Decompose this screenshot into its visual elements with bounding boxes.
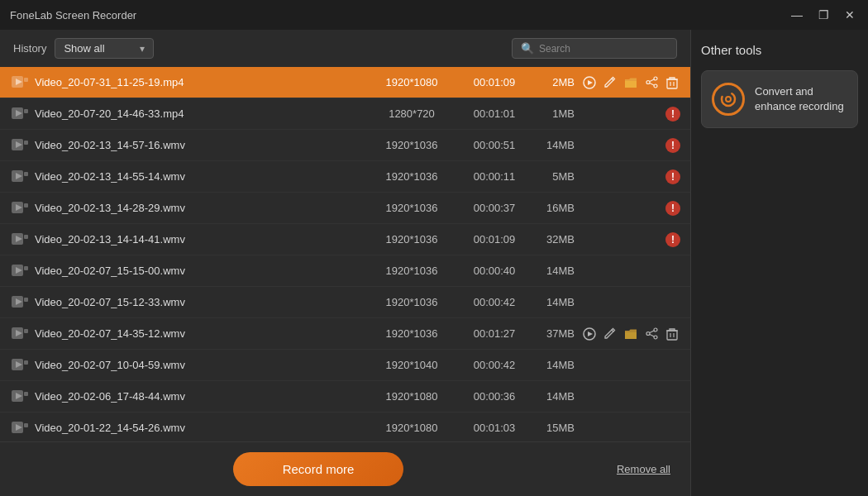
row-resolution: 1280*720 (366, 107, 457, 120)
row-resolution: 1920*1036 (366, 296, 457, 308)
row-duration: 00:01:27 (457, 327, 532, 340)
titlebar: FoneLab Screen Recorder — ❐ ✕ (0, 0, 868, 30)
row-actions: ! (581, 232, 680, 247)
error-badge: ! (665, 201, 680, 216)
table-row[interactable]: Video_20-02-07_15-15-00.wmv1920*103600:0… (0, 255, 690, 287)
svg-marker-4 (588, 80, 593, 85)
row-size: 15MB (532, 422, 581, 434)
row-filename: Video_20-02-13_14-28-29.wmv (35, 202, 366, 214)
row-resolution: 1920*1036 (366, 170, 457, 183)
svg-point-58 (722, 93, 735, 106)
svg-rect-34 (24, 298, 28, 302)
table-row[interactable]: Video_20-02-07_14-35-12.wmv1920*103600:0… (0, 318, 690, 350)
row-filename: Video_20-02-13_14-14-41.wmv (35, 233, 366, 246)
row-resolution: 1920*1036 (366, 327, 457, 340)
table-row[interactable]: Video_20-02-06_17-48-44.wmv1920*108000:0… (0, 381, 690, 413)
folder-button[interactable] (622, 73, 638, 93)
row-actions (581, 73, 680, 93)
table-row[interactable]: Video_20-02-07_10-04-59.wmv1920*104000:0… (0, 350, 690, 381)
app-title: FoneLab Screen Recorder (10, 9, 136, 21)
video-file-icon (10, 107, 30, 121)
svg-rect-22 (24, 172, 28, 176)
video-file-icon (10, 202, 30, 215)
row-actions: ! (581, 138, 680, 153)
search-icon: 🔍 (521, 42, 534, 55)
table-row[interactable]: Video_20-02-13_14-28-29.wmv1920*103600:0… (0, 193, 690, 224)
video-file-icon (10, 139, 30, 152)
svg-rect-51 (24, 360, 28, 365)
maximize-button[interactable]: ❐ (812, 6, 835, 24)
video-file-icon (10, 390, 30, 403)
table-row[interactable]: Video_20-01-22_14-54-26.wmv1920*108000:0… (0, 413, 690, 441)
table-row[interactable]: Video_20-02-13_14-14-41.wmv1920*103600:0… (0, 224, 690, 255)
table-row[interactable]: Video_20-07-31_11-25-19.mp41920*108000:0… (0, 67, 690, 98)
row-size: 32MB (532, 233, 581, 246)
header-bar: History Show all ▾ 🔍 (0, 30, 690, 67)
share-button[interactable] (644, 324, 660, 344)
search-input[interactable] (539, 43, 668, 55)
table-row[interactable]: Video_20-02-13_14-55-14.wmv1920*103600:0… (0, 161, 690, 193)
history-label: History (13, 42, 46, 55)
svg-point-59 (726, 97, 731, 102)
video-file-icon (10, 327, 30, 341)
table-row[interactable]: Video_20-02-13_14-57-16.wmv1920*103600:0… (0, 130, 690, 161)
search-box[interactable]: 🔍 (512, 38, 677, 59)
other-tools-heading: Other tools (701, 43, 858, 57)
video-file-icon (10, 233, 30, 246)
table-row[interactable]: Video_20-07-20_14-46-33.mp41280*72000:01… (0, 98, 690, 130)
video-file-icon (10, 76, 30, 89)
svg-line-43 (650, 331, 654, 333)
row-filename: Video_20-07-20_14-46-33.mp4 (35, 107, 366, 120)
video-file-icon (10, 359, 30, 372)
row-duration: 00:00:40 (457, 265, 532, 277)
svg-rect-37 (24, 329, 28, 333)
svg-rect-28 (24, 235, 28, 239)
svg-point-7 (646, 81, 650, 84)
error-badge: ! (665, 138, 680, 153)
edit-button[interactable] (602, 73, 618, 93)
folder-button[interactable] (622, 324, 638, 344)
dropdown-value: Show all (64, 42, 104, 55)
delete-button[interactable] (665, 324, 680, 344)
remove-all-button[interactable]: Remove all (617, 463, 670, 475)
play-button[interactable] (581, 73, 597, 93)
close-button[interactable]: ✕ (838, 6, 861, 24)
row-resolution: 1920*1080 (366, 76, 457, 88)
row-duration: 00:00:11 (457, 170, 532, 183)
video-file-icon (10, 265, 30, 278)
row-size: 14MB (532, 359, 581, 371)
row-size: 14MB (532, 390, 581, 403)
edit-button[interactable] (602, 324, 618, 344)
play-button[interactable] (581, 324, 597, 344)
row-filename: Video_20-01-22_14-54-26.wmv (35, 422, 366, 434)
table-row[interactable]: Video_20-02-07_15-12-33.wmv1920*103600:0… (0, 287, 690, 318)
share-button[interactable] (644, 73, 660, 93)
svg-rect-19 (24, 141, 28, 145)
video-file-icon (10, 170, 30, 184)
error-badge: ! (665, 107, 680, 122)
svg-rect-10 (667, 79, 677, 88)
row-filename: Video_20-02-07_15-15-00.wmv (35, 265, 366, 277)
table-container: Video_20-07-31_11-25-19.mp41920*108000:0… (0, 67, 690, 441)
record-more-button[interactable]: Record more (233, 452, 404, 486)
tool-label-convert-enhance: Convert and enhance recording (755, 84, 847, 114)
tool-card-convert-enhance[interactable]: Convert and enhance recording (701, 70, 858, 128)
svg-rect-57 (24, 423, 28, 427)
svg-rect-25 (24, 203, 28, 207)
delete-button[interactable] (665, 73, 680, 93)
minimize-button[interactable]: — (785, 6, 808, 24)
error-badge: ! (665, 232, 680, 247)
row-size: 5MB (532, 170, 581, 183)
row-size: 14MB (532, 296, 581, 308)
video-file-icon (10, 422, 30, 435)
svg-line-8 (650, 79, 654, 82)
show-all-dropdown[interactable]: Show all ▾ (55, 38, 154, 59)
row-duration: 00:01:09 (457, 233, 532, 246)
row-resolution: 1920*1036 (366, 265, 457, 277)
svg-rect-31 (24, 266, 28, 270)
svg-marker-39 (588, 331, 593, 336)
row-size: 1MB (532, 107, 581, 120)
row-duration: 00:00:51 (457, 139, 532, 151)
row-resolution: 1920*1080 (366, 422, 457, 434)
row-filename: Video_20-02-13_14-55-14.wmv (35, 170, 366, 183)
